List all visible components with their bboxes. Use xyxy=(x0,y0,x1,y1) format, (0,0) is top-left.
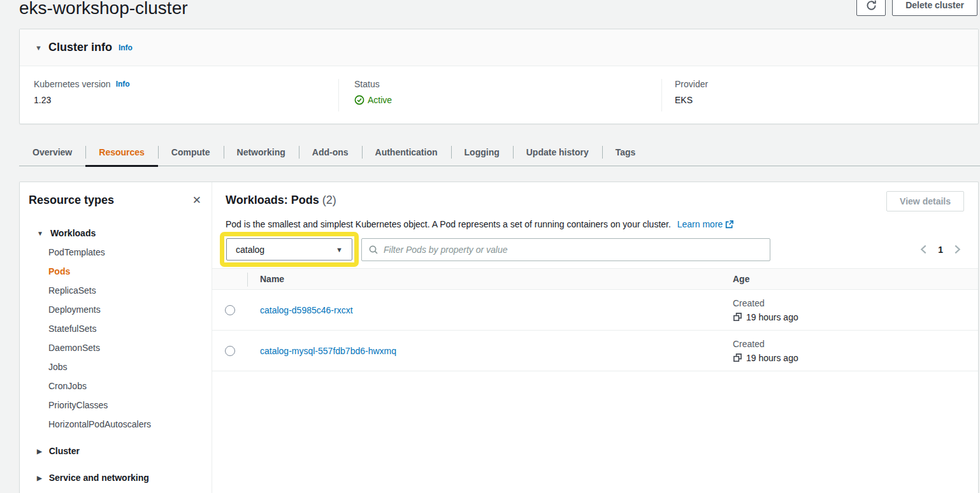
tab-networking[interactable]: Networking xyxy=(224,139,299,166)
status-badge: Active xyxy=(354,95,661,105)
current-page[interactable]: 1 xyxy=(938,245,943,255)
provider-label: Provider xyxy=(675,79,978,89)
age-column-header: Age xyxy=(717,274,978,284)
selection-column-header xyxy=(212,269,248,289)
tab-tags[interactable]: Tags xyxy=(602,139,649,166)
cluster-info-card: ▼ Cluster info Info Kubernetes version I… xyxy=(19,29,979,124)
cluster-info-title: Cluster info xyxy=(48,41,112,54)
provider-value: EKS xyxy=(675,95,978,105)
namespace-filter-dropdown[interactable]: catalog ▼ xyxy=(226,238,352,261)
external-link-icon xyxy=(725,220,733,229)
sidebar-item-horizontalpodautoscalers[interactable]: HorizontalPodAutoscalers xyxy=(20,415,212,434)
tree-group-service-networking-label: Service and networking xyxy=(49,473,149,483)
age-created-label: Created xyxy=(733,339,978,349)
age-value-text: 19 hours ago xyxy=(746,353,798,363)
sidebar-item-pods[interactable]: Pods xyxy=(20,262,212,281)
filter-toolbar: catalog ▼ 1 xyxy=(226,232,964,267)
cluster-info-info-link[interactable]: Info xyxy=(119,43,133,52)
copy-icon[interactable] xyxy=(733,353,742,362)
status-label: Status xyxy=(354,79,661,89)
pods-table: Name Age catalog-d5985c46-rxcxt Created xyxy=(212,268,978,371)
caret-right-icon: ▶ xyxy=(37,475,42,482)
tab-compute[interactable]: Compute xyxy=(158,139,224,166)
sidebar-item-daemonsets[interactable]: DaemonSets xyxy=(20,338,212,357)
row-radio-button[interactable] xyxy=(225,346,235,356)
tab-update-history[interactable]: Update history xyxy=(513,139,602,166)
sidebar-item-podtemplates[interactable]: PodTemplates xyxy=(20,243,212,262)
age-cell: Created 19 hours ago xyxy=(717,339,978,363)
tree-group-service-networking-header[interactable]: ▶ Service and networking xyxy=(20,468,212,487)
resource-types-tree: ▼ Workloads PodTemplates Pods ReplicaSet… xyxy=(20,224,212,487)
check-circle-icon xyxy=(354,95,364,105)
kubernetes-version-info-link[interactable]: Info xyxy=(116,80,130,89)
caret-down-icon: ▼ xyxy=(37,230,43,237)
provider-field: Provider EKS xyxy=(661,79,978,111)
cluster-info-header[interactable]: ▼ Cluster info Info xyxy=(20,29,978,66)
expand-caret-icon: ▼ xyxy=(35,44,42,52)
pods-search-field[interactable] xyxy=(361,238,770,261)
age-cell: Created 19 hours ago xyxy=(717,298,978,322)
sidebar-item-replicasets[interactable]: ReplicaSets xyxy=(20,281,212,300)
age-value-text: 19 hours ago xyxy=(746,312,798,322)
refresh-icon xyxy=(866,0,877,11)
table-row: catalog-d5985c46-rxcxt Created 19 hours … xyxy=(212,290,978,331)
age-created-label: Created xyxy=(733,298,978,308)
pod-name-link[interactable]: catalog-mysql-557fdb7bd6-hwxmq xyxy=(260,346,396,356)
delete-cluster-button[interactable]: Delete cluster xyxy=(892,0,977,16)
refresh-button[interactable] xyxy=(856,0,886,16)
tab-authentication[interactable]: Authentication xyxy=(362,139,451,166)
sidebar-item-jobs[interactable]: Jobs xyxy=(20,357,212,376)
annotation-highlight: catalog ▼ xyxy=(220,232,359,267)
name-column-header: Name xyxy=(248,274,717,284)
close-icon[interactable]: ✕ xyxy=(192,195,201,206)
cluster-info-body: Kubernetes version Info 1.23 Status Acti… xyxy=(20,66,978,124)
tree-group-workloads-label: Workloads xyxy=(50,228,96,238)
search-input[interactable] xyxy=(384,245,763,255)
tree-group-workloads: ▼ Workloads PodTemplates Pods ReplicaSet… xyxy=(20,224,212,434)
next-page-button[interactable] xyxy=(953,245,962,254)
page-title: eks-workshop-cluster xyxy=(19,0,188,20)
tab-overview[interactable]: Overview xyxy=(19,139,85,166)
kubernetes-version-value: 1.23 xyxy=(34,95,338,105)
view-details-button[interactable]: View details xyxy=(886,191,964,211)
kubernetes-version-label: Kubernetes version xyxy=(34,79,111,89)
sidebar-item-cronjobs[interactable]: CronJobs xyxy=(20,376,212,396)
caret-right-icon: ▶ xyxy=(37,448,42,455)
pod-name-link[interactable]: catalog-d5985c46-rxcxt xyxy=(260,305,353,315)
pods-description: Pod is the smallest and simplest Kuberne… xyxy=(226,218,964,231)
copy-icon[interactable] xyxy=(733,312,742,322)
tab-logging[interactable]: Logging xyxy=(451,139,513,166)
status-value: Active xyxy=(368,95,392,105)
status-field: Status Active xyxy=(338,79,661,111)
resource-types-title: Resource types xyxy=(29,194,114,207)
tab-add-ons[interactable]: Add-ons xyxy=(299,139,362,166)
pods-panel: Workloads: Pods (2) View details Pod is … xyxy=(212,182,978,493)
sidebar-item-deployments[interactable]: Deployments xyxy=(20,300,212,319)
kubernetes-version-field: Kubernetes version Info 1.23 xyxy=(20,79,338,111)
pagination: 1 xyxy=(919,245,964,255)
resources-workspace: Resource types ✕ ▼ Workloads PodTemplate… xyxy=(19,182,979,493)
table-row: catalog-mysql-557fdb7bd6-hwxmq Created 1… xyxy=(212,331,978,371)
tree-group-service-networking: ▶ Service and networking xyxy=(20,468,212,487)
pods-description-text: Pod is the smallest and simplest Kuberne… xyxy=(226,219,671,229)
pods-panel-title: Workloads: Pods (2) xyxy=(226,192,336,208)
sidebar-item-statefulsets[interactable]: StatefulSets xyxy=(20,319,212,338)
tree-group-workloads-header[interactable]: ▼ Workloads xyxy=(20,224,212,243)
resource-types-panel: Resource types ✕ ▼ Workloads PodTemplate… xyxy=(20,182,212,493)
row-radio-button[interactable] xyxy=(225,305,235,315)
pods-count: (2) xyxy=(322,194,336,206)
tab-resources[interactable]: Resources xyxy=(85,139,158,166)
learn-more-link[interactable]: Learn more xyxy=(677,219,734,229)
table-header: Name Age xyxy=(212,268,978,290)
search-icon xyxy=(368,245,378,255)
tree-group-cluster-header[interactable]: ▶ Cluster xyxy=(20,441,212,461)
chevron-down-icon: ▼ xyxy=(336,246,343,254)
cluster-tabs: Overview Resources Compute Networking Ad… xyxy=(19,139,980,166)
namespace-filter-value: catalog xyxy=(236,245,264,255)
sidebar-item-priorityclasses[interactable]: PriorityClasses xyxy=(20,396,212,415)
tree-group-cluster-label: Cluster xyxy=(49,446,80,456)
header-actions: Delete cluster xyxy=(856,0,977,16)
tree-group-cluster: ▶ Cluster xyxy=(20,441,212,461)
pods-panel-title-text: Workloads: Pods xyxy=(226,194,319,206)
previous-page-button[interactable] xyxy=(919,245,928,254)
